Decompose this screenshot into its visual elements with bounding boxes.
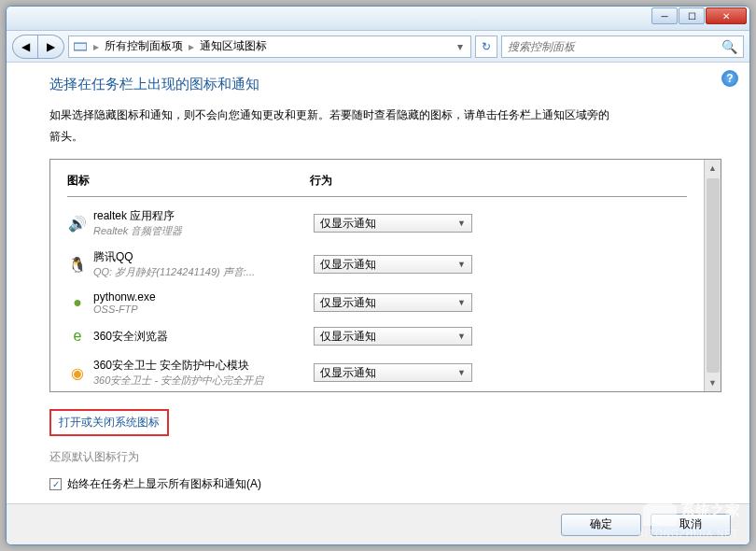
behavior-value: 仅显示通知	[320, 329, 376, 345]
row-title: 腾讯QQ	[93, 249, 308, 265]
toggle-system-icons-link-highlight: 打开或关闭系统图标	[49, 409, 169, 436]
row-subtitle: QQ: 岁月静好(1124241149) 声音:...	[93, 265, 308, 279]
row-title: realtek 应用程序	[93, 208, 308, 224]
behavior-value: 仅显示通知	[320, 365, 376, 381]
addressbar: ◀ ▶ ▸ 所有控制面板项 ▸ 通知区域图标 ▾ ↻ 🔍	[7, 31, 749, 63]
shield-icon: ◉	[67, 362, 88, 383]
list-item: 🐧腾讯QQQQ: 岁月静好(1124241149) 声音:...仅显示通知▼	[67, 244, 687, 285]
breadcrumb-item-all[interactable]: 所有控制面板项	[105, 38, 183, 54]
titlebar: ─ ☐ ✕	[7, 7, 749, 31]
chevron-down-icon: ▼	[457, 368, 466, 377]
row-texts: 360安全卫士 安全防护中心模块360安全卫士 - 安全防护中心完全开启	[93, 358, 308, 388]
always-show-label: 始终在任务栏上显示所有图标和通知(A)	[67, 476, 261, 492]
row-texts: realtek 应用程序Realtek 音频管理器	[93, 208, 308, 238]
help-icon[interactable]: ?	[721, 70, 738, 87]
page-description-2: 箭头。	[49, 128, 729, 146]
scroll-down-icon[interactable]: ▼	[705, 374, 721, 391]
row-subtitle: 360安全卫士 - 安全防护中心完全开启	[93, 374, 308, 388]
row-texts: pythonw.exeOSS-FTP	[93, 290, 308, 315]
behavior-value: 仅显示通知	[320, 216, 376, 232]
svg-rect-1	[75, 44, 86, 49]
back-button[interactable]: ◀	[12, 35, 38, 59]
scroll-thumb[interactable]	[707, 178, 720, 373]
watermark-sub: XITONGZHIJIA.NET	[638, 529, 739, 539]
row-title: pythonw.exe	[93, 290, 308, 304]
breadcrumb-sep: ▸	[93, 40, 99, 53]
browser-icon: e	[67, 326, 88, 346]
row-subtitle: Realtek 音频管理器	[93, 224, 308, 238]
column-behavior: 行为	[310, 173, 687, 189]
restore-defaults-link[interactable]: 还原默认图标行为	[49, 449, 729, 465]
window: ─ ☐ ✕ ◀ ▶ ▸ 所有控制面板项 ▸ 通知区域图标 ▾ ↻ �	[6, 6, 750, 545]
control-panel-icon	[73, 39, 88, 54]
behavior-select[interactable]: 仅显示通知▼	[314, 255, 472, 274]
breadcrumb[interactable]: ▸ 所有控制面板项 ▸ 通知区域图标 ▾	[68, 35, 471, 58]
chevron-down-icon: ▼	[457, 332, 466, 341]
behavior-select[interactable]: 仅显示通知▼	[314, 363, 472, 382]
close-button[interactable]: ✕	[706, 7, 747, 24]
chevron-down-icon: ▼	[457, 219, 466, 228]
arrow-left-icon: ◀	[21, 40, 30, 53]
list-header: 图标 行为	[67, 173, 687, 197]
breadcrumb-dropdown-icon[interactable]: ▾	[454, 40, 467, 53]
speaker-icon: 🔊	[67, 213, 88, 233]
nav-buttons: ◀ ▶	[12, 35, 64, 59]
always-show-checkbox-row: ✓ 始终在任务栏上显示所有图标和通知(A)	[49, 476, 729, 492]
behavior-value: 仅显示通知	[320, 257, 376, 273]
refresh-icon: ↻	[482, 40, 491, 53]
row-title: 360安全卫士 安全防护中心模块	[93, 358, 308, 374]
scroll-up-icon[interactable]: ▲	[705, 160, 721, 177]
search-input[interactable]	[508, 40, 721, 53]
arrow-right-icon: ▶	[47, 40, 55, 53]
refresh-button[interactable]: ↻	[475, 35, 497, 58]
row-texts: 腾讯QQQQ: 岁月静好(1124241149) 声音:...	[93, 249, 308, 279]
list-item: e360安全浏览器仅显示通知▼	[67, 320, 687, 352]
search-icon[interactable]: 🔍	[721, 39, 737, 54]
icon-list-inner: 图标 行为 🔊realtek 应用程序Realtek 音频管理器仅显示通知▼🐧腾…	[50, 160, 704, 391]
breadcrumb-sep: ▸	[189, 40, 194, 53]
search-box[interactable]: 🔍	[501, 35, 744, 58]
behavior-select[interactable]: 仅显示通知▼	[314, 214, 472, 233]
behavior-select[interactable]: 仅显示通知▼	[314, 327, 472, 346]
minimize-button[interactable]: ─	[651, 7, 678, 24]
scrollbar[interactable]: ▲ ▼	[704, 160, 721, 391]
list-item: ●pythonw.exeOSS-FTP仅显示通知▼	[67, 285, 687, 320]
content-area: ? 选择在任务栏上出现的图标和通知 如果选择隐藏图标和通知，则不会向您通知更改和…	[7, 63, 749, 503]
chevron-down-icon: ▼	[457, 298, 466, 307]
list-item: ◉360安全卫士 安全防护中心模块360安全卫士 - 安全防护中心完全开启仅显示…	[67, 352, 687, 391]
maximize-button[interactable]: ☐	[679, 7, 705, 24]
python-icon: ●	[67, 292, 88, 313]
forward-button[interactable]: ▶	[38, 35, 64, 59]
row-title: 360安全浏览器	[93, 329, 308, 345]
ok-button[interactable]: 确定	[561, 514, 641, 536]
behavior-value: 仅显示通知	[320, 295, 376, 311]
breadcrumb-item-notify[interactable]: 通知区域图标	[200, 38, 267, 54]
row-texts: 360安全浏览器	[93, 329, 308, 345]
chevron-down-icon: ▼	[457, 260, 466, 269]
always-show-checkbox[interactable]: ✓	[49, 478, 62, 490]
page-title: 选择在任务栏上出现的图标和通知	[49, 76, 729, 93]
row-subtitle: OSS-FTP	[93, 304, 308, 315]
toggle-system-icons-link[interactable]: 打开或关闭系统图标	[59, 416, 160, 429]
column-icon: 图标	[67, 173, 310, 189]
icon-list: 图标 行为 🔊realtek 应用程序Realtek 音频管理器仅显示通知▼🐧腾…	[49, 159, 721, 392]
page-description-1: 如果选择隐藏图标和通知，则不会向您通知更改和更新。若要随时查看隐藏的图标，请单击…	[49, 106, 729, 124]
list-item: 🔊realtek 应用程序Realtek 音频管理器仅显示通知▼	[67, 203, 687, 244]
qq-icon: 🐧	[67, 254, 88, 275]
behavior-select[interactable]: 仅显示通知▼	[314, 293, 472, 312]
